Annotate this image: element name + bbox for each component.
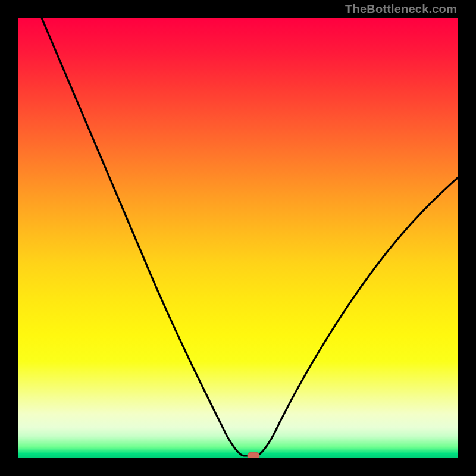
watermark-text: TheBottleneck.com	[345, 2, 457, 16]
plot-area	[18, 18, 458, 458]
bottleneck-curve	[42, 18, 458, 456]
curve-layer	[18, 18, 458, 458]
chart-frame: TheBottleneck.com	[0, 0, 476, 476]
minimum-marker	[248, 452, 259, 458]
